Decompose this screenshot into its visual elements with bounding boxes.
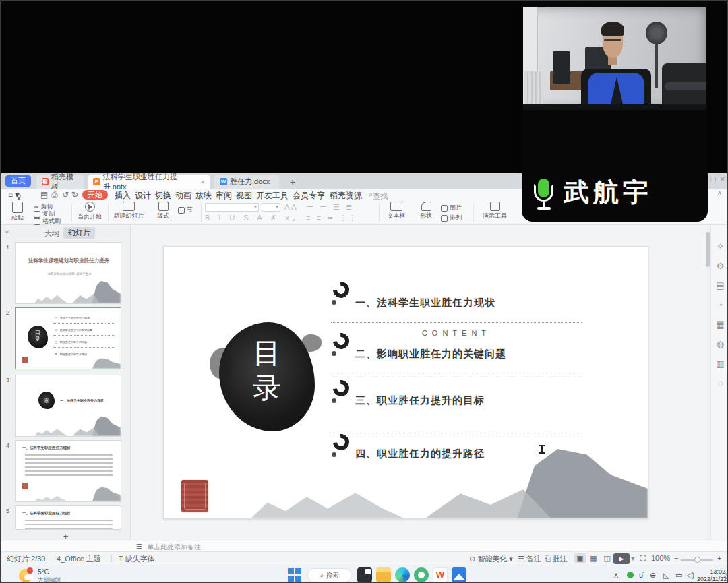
tab-slides[interactable]: 幻灯片 — [63, 227, 95, 239]
theme-name[interactable]: 4_Office 主题 — [57, 554, 101, 564]
docx-file-icon: W — [220, 178, 227, 185]
task-view-icon[interactable] — [357, 567, 372, 582]
present-tools-button[interactable]: 演示工具 — [477, 202, 512, 220]
participant-name: 武航宇 — [564, 175, 653, 210]
thumb3-ink-circle: 壹 — [38, 392, 55, 409]
textbox-button[interactable]: 文本框 — [383, 202, 410, 220]
window-restore-icon[interactable]: ❐ — [710, 176, 716, 183]
tab-home[interactable]: 首页 — [5, 175, 31, 187]
notes-toggle-label: 备注 — [526, 555, 541, 563]
paragraph-icons-bottom[interactable]: ≡ ≡ ≣ ⋮⋮ — [306, 214, 358, 222]
tab-docer-template[interactable]: 稻 稻壳模板 — [36, 175, 84, 189]
command-search-box[interactable]: ⌕ 查找命令，搜索模板 — [369, 190, 373, 199]
smart-design-icon[interactable]: ⚙ — [711, 261, 728, 271]
ribbon-collapse-icon[interactable]: ∧ — [717, 189, 722, 196]
save-icon[interactable]: ▤ — [40, 190, 48, 200]
normal-view-button[interactable]: ▣ — [574, 553, 586, 563]
slide-thumbnail-3[interactable]: 壹 一、法科学生职业胜任力现状 — [15, 375, 121, 437]
tray-app-green-icon[interactable] — [627, 572, 634, 578]
toc-item-1[interactable]: 一、法科学生职业胜任力现状 — [355, 297, 495, 309]
edge-browser-icon[interactable] — [395, 567, 410, 582]
reading-view-button[interactable]: ◫ — [601, 553, 613, 563]
thumb-number: 5 — [6, 508, 9, 514]
cloud-icon[interactable]: ◌ — [711, 378, 728, 388]
arrange-button[interactable]: 排列 — [441, 214, 462, 222]
tab-pptx-active[interactable]: P 法科学生职业胜任力提升.pptx × — [88, 175, 210, 189]
font-family-combo[interactable] — [205, 203, 259, 212]
thumb2-item2: 二、影响职业胜任力的关键问题 — [55, 328, 92, 332]
slide-editing-surface[interactable]: 目 录 一、法科学生职业胜任力现状 CONTENT 二、影响职业胜任力的关键问题… — [163, 246, 648, 519]
tab-docx[interactable]: W 胜任力.docx — [214, 175, 279, 189]
slide-thumbnail-2-selected[interactable]: 目录 一、法科学生职业胜任力现状 二、影响职业胜任力的关键问题 三、职业胜任力提… — [15, 307, 121, 369]
window-close-icon[interactable]: ✕ — [720, 176, 725, 183]
new-slide-button[interactable]: 新建幻灯片 — [111, 202, 147, 220]
thumb3-title: 一、法科学生职业胜任力现状 — [60, 398, 104, 402]
slide-sorter-view-button[interactable]: ▦ — [588, 553, 599, 563]
notes-toggle-button[interactable]: ☰ 备注 — [518, 554, 541, 564]
paragraph-icons-top[interactable]: ≔ ≕ ☰ ≣ — [306, 203, 354, 212]
tray-mic-icon[interactable]: ᴜ̇ — [639, 571, 643, 579]
file-explorer-icon[interactable] — [376, 567, 391, 582]
picture-button[interactable]: 图片 — [441, 204, 462, 212]
paste-button[interactable]: 粘贴 — [4, 202, 31, 222]
tray-display-icon[interactable]: ▭ — [675, 571, 682, 580]
resources-icon[interactable]: ◍ — [711, 339, 728, 349]
image-library-icon[interactable]: ▦ — [711, 319, 728, 330]
panel-collapse-icon[interactable]: « — [5, 228, 9, 235]
menu-home-active[interactable]: 开始 — [82, 190, 108, 200]
object-properties-icon[interactable]: ✧ — [711, 241, 728, 251]
zoom-in-button[interactable]: + — [717, 554, 721, 562]
thumb5-body-text — [25, 520, 113, 529]
pane-icon[interactable]: ▤ — [711, 280, 728, 290]
tab-home-label: 首页 — [11, 176, 26, 186]
search-icon: ⌕ — [320, 572, 324, 579]
notes-bar[interactable]: ☰ 单击此处添加备注 — [1, 541, 728, 551]
canvas-scrollbar[interactable] — [706, 229, 710, 536]
layout-label: 版式 — [157, 212, 169, 219]
play-from-current-button[interactable]: 当页开始 — [74, 202, 105, 221]
timer-icon[interactable]: ◔ — [711, 300, 728, 310]
comments-button[interactable]: ⎗ 批注 — [545, 554, 568, 564]
wps-app-icon[interactable]: W — [433, 567, 448, 582]
slide-thumbnail-4[interactable]: 一、法科学生职业胜任力现状 — [15, 440, 121, 502]
font-size-combo[interactable] — [262, 203, 280, 212]
layout-button[interactable]: 版式 — [150, 202, 177, 220]
textbox-label: 文本框 — [388, 212, 406, 219]
toc-item-3[interactable]: 三、职业胜任力提升的目标 — [355, 394, 485, 407]
photos-app-icon[interactable] — [452, 567, 466, 582]
tray-pen-icon[interactable]: ◺ — [663, 571, 669, 580]
do-not-disturb-moon-icon[interactable]: ☽ — [720, 570, 727, 580]
tray-volume-icon[interactable]: ◁) — [686, 571, 694, 580]
shape-button[interactable]: 形状 — [413, 202, 439, 220]
tab-docx-label: 胜任力.docx — [230, 177, 270, 187]
section-button[interactable]: 节 — [178, 206, 193, 214]
weather-widget[interactable]: ! 5°C 大部晴朗 — [19, 567, 93, 583]
tab-outline[interactable]: 大纲 — [44, 228, 59, 239]
missing-font-button[interactable]: Ƭ 缺失字体 — [119, 554, 155, 564]
slide-thumbnail-1[interactable]: 法科学生课程规划与职业胜任力提升 沈阳师范大学法学院 武航宇教授 — [15, 242, 121, 304]
new-tab-button[interactable]: + — [284, 175, 301, 189]
zoom-slider-knob[interactable] — [694, 557, 700, 563]
reference-icon[interactable]: ▥ — [711, 359, 728, 369]
redo-icon[interactable]: ↻ — [71, 190, 78, 200]
tray-expand-icon[interactable]: ∧ — [613, 571, 619, 580]
slideshow-play-button[interactable]: ▶ — [613, 553, 630, 564]
file-menu[interactable]: ≡ 文件 ▾ — [8, 190, 19, 200]
play-options-dropdown[interactable]: ▾ — [631, 554, 635, 563]
undo-icon[interactable]: ↺ — [62, 190, 69, 200]
toc-item-2[interactable]: 二、影响职业胜任力的关键问题 — [355, 348, 506, 361]
slide-position: 幻灯片 2/30 — [7, 554, 45, 564]
zoom-out-button[interactable]: − — [674, 554, 678, 562]
tab-close-icon[interactable]: × — [201, 178, 205, 186]
start-button[interactable] — [287, 567, 302, 582]
print-icon[interactable]: ⎙ — [51, 190, 58, 200]
zoom-level[interactable]: 100% — [651, 554, 670, 562]
tray-app-icon[interactable]: ⊕ — [650, 571, 656, 580]
smart-beautify-button[interactable]: ⊙ 智能美化 ▾ — [469, 554, 513, 564]
font-style-icons[interactable]: B I U S A ✗ x₂ — [205, 214, 299, 222]
font-grow-shrink-icons[interactable]: AA — [284, 203, 299, 211]
slide-thumbnail-5[interactable]: 一、法科学生职业胜任力现状 — [15, 505, 121, 530]
app-green-icon[interactable] — [414, 567, 429, 582]
taskbar-search[interactable]: ⌕ 搜索 — [307, 568, 352, 582]
fit-to-window-icon[interactable]: ⛶ — [640, 554, 646, 563]
